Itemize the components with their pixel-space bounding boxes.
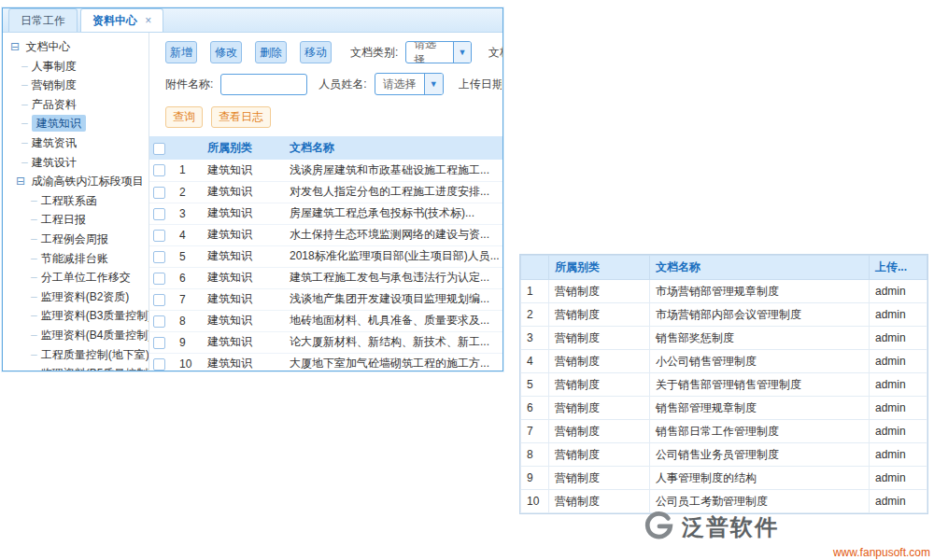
query-button[interactable]: 查询	[165, 106, 203, 128]
row-doc-name[interactable]: 销售部奖惩制度	[650, 327, 870, 350]
table-row[interactable]: 3 营销制度 销售部奖惩制度 admin	[521, 327, 927, 350]
select-all-checkbox[interactable]	[153, 143, 165, 155]
filter-row: 附件名称: 人员姓名: 请选择 ▼ 上传日期	[149, 63, 502, 95]
tab-daily-work[interactable]: 日常工作	[8, 8, 78, 32]
collapse-icon[interactable]: ⊟	[10, 40, 20, 53]
row-doc-name[interactable]: 对发包人指定分包的工程施工进度安排...	[286, 181, 502, 203]
row-doc-name[interactable]: 大厦地下室加气砼墙砌筑工程的施工方...	[286, 353, 502, 371]
table-row[interactable]: 4 营销制度 小公司销售管理制度 admin	[521, 350, 927, 373]
row-category: 营销制度	[549, 443, 650, 467]
row-number-header	[521, 256, 549, 280]
modify-button[interactable]: 修改	[210, 41, 242, 63]
documents-table-header: 所属别类 文档名称	[149, 136, 502, 160]
row-doc-name[interactable]: 公司销售业务员管理制度	[650, 443, 870, 467]
chevron-down-icon: ▼	[453, 42, 471, 63]
table-row[interactable]: 10 建筑知识 大厦地下室加气砼墙砌筑工程的施工方...	[149, 353, 502, 371]
tree-item-supervision-b4[interactable]: 监理资料(B4质量控制)	[3, 326, 149, 345]
table-row[interactable]: 7 营销制度 销售部日常工作管理制度 admin	[521, 420, 927, 443]
row-doc-name[interactable]: 浅谈房屋建筑和市政基础设施工程施工...	[286, 160, 502, 181]
table-row[interactable]: 9 建筑知识 论大厦新材料、新结构、新技术、新工...	[149, 331, 502, 353]
row-doc-name[interactable]: 浅谈地产集团开发建设项目监理规划编...	[286, 288, 502, 310]
row-number: 2	[521, 303, 549, 327]
move-button[interactable]: 移动	[300, 41, 332, 63]
tree-item-construction-knowledge[interactable]: 建筑知识	[3, 114, 149, 133]
person-name-label: 人员姓名:	[318, 77, 366, 92]
row-doc-name[interactable]: 人事管理制度的结构	[650, 467, 870, 490]
table-row[interactable]: 8 建筑知识 地砖地面材料、机具准备、质量要求及...	[149, 310, 502, 331]
row-checkbox[interactable]	[153, 358, 165, 371]
row-checkbox[interactable]	[153, 251, 165, 263]
table-row[interactable]: 6 建筑知识 建筑工程施工发包与承包违法行为认定...	[149, 267, 502, 288]
tree-item-energy-ledger[interactable]: 节能减排台账	[3, 249, 149, 269]
table-row[interactable]: 2 营销制度 市场营销部内部会议管理制度 admin	[521, 303, 927, 327]
row-doc-name[interactable]: 2018标准化监理项目部(业主项目部)人员...	[286, 245, 502, 267]
tree-item-construction-news[interactable]: 建筑资讯	[3, 133, 149, 153]
row-category: 建筑知识	[204, 267, 286, 288]
row-doc-name[interactable]: 销售部日常工作管理制度	[650, 420, 870, 443]
tree-item-construction-design[interactable]: 建筑设计	[3, 153, 149, 173]
tree-item-product[interactable]: 产品资料	[3, 95, 149, 115]
table-row[interactable]: 5 营销制度 关于销售部管理销售管理制度 admin	[521, 373, 927, 397]
row-doc-name[interactable]: 销售部管理规章制度	[650, 397, 870, 420]
table-row[interactable]: 8 营销制度 公司销售业务员管理制度 admin	[521, 443, 927, 467]
row-number: 4	[521, 350, 549, 373]
tree-item-marketing[interactable]: 营销制度	[3, 76, 149, 95]
row-checkbox[interactable]	[153, 187, 165, 199]
row-doc-name[interactable]: 小公司销售管理制度	[650, 350, 870, 373]
row-doc-name[interactable]: 水土保持生态环境监测网络的建设与资...	[286, 224, 502, 245]
attachment-name-input[interactable]	[220, 74, 307, 95]
row-checkbox[interactable]	[153, 294, 165, 306]
add-button[interactable]: 新增	[165, 41, 197, 63]
row-number: 2	[176, 181, 204, 203]
table-row[interactable]: 9 营销制度 人事管理制度的结构 admin	[521, 467, 927, 490]
tree-item-supervision-b3[interactable]: 监理资料(B3质量控制)	[3, 306, 149, 326]
row-doc-name[interactable]: 房屋建筑工程总承包投标书(技术标)...	[286, 203, 502, 224]
view-log-button[interactable]: 查看日志	[211, 106, 271, 128]
tree-item-daily-report[interactable]: 工程日报	[3, 210, 149, 230]
tree-item-supervision-b2[interactable]: 监理资料(B2资质)	[3, 287, 149, 307]
table-row[interactable]: 2 建筑知识 对发包人指定分包的工程施工进度安排...	[149, 181, 502, 203]
row-doc-name[interactable]: 建筑工程施工发包与承包违法行为认定...	[286, 267, 502, 288]
row-doc-name[interactable]: 地砖地面材料、机具准备、质量要求及...	[286, 310, 502, 331]
row-checkbox[interactable]	[153, 273, 165, 285]
table-row[interactable]: 7 建筑知识 浅谈地产集团开发建设项目监理规划编...	[149, 288, 502, 310]
tree-item-hr[interactable]: 人事制度	[3, 57, 149, 77]
row-number: 5	[176, 245, 204, 267]
table-row[interactable]: 3 建筑知识 房屋建筑工程总承包投标书(技术标)...	[149, 203, 502, 224]
person-name-select[interactable]: 请选择 ▼	[375, 73, 444, 95]
row-checkbox[interactable]	[153, 164, 165, 176]
row-checkbox[interactable]	[153, 315, 165, 328]
table-row[interactable]: 5 建筑知识 2018标准化监理项目部(业主项目部)人员...	[149, 245, 502, 267]
tree-item-clipped[interactable]: 监理资料(B5质量控制)	[3, 364, 149, 371]
row-checkbox[interactable]	[153, 230, 165, 242]
row-category: 营销制度	[549, 373, 650, 397]
row-doc-name[interactable]: 关于销售部管理销售管理制度	[650, 373, 870, 397]
tree-item-work-transfer[interactable]: 分工单位工作移交	[3, 268, 149, 287]
row-doc-name[interactable]: 论大厦新材料、新结构、新技术、新工...	[286, 331, 502, 353]
row-doc-name[interactable]: 市场营销部管理规章制度	[650, 280, 870, 303]
collapse-icon[interactable]: ⊟	[16, 175, 25, 188]
table-row[interactable]: 1 营销制度 市场营销部管理规章制度 admin	[521, 280, 927, 303]
tree-item-quality-basement[interactable]: 工程质量控制(地下室)	[3, 345, 149, 365]
tree-root-document-center[interactable]: ⊟ 文档中心	[3, 37, 149, 57]
doc-category-select[interactable]: 请选择 ▼	[405, 41, 471, 63]
table-row[interactable]: 4 建筑知识 水土保持生态环境监测网络的建设与资...	[149, 224, 502, 245]
tab-bar: 日常工作 资料中心 ×	[3, 8, 502, 33]
row-category: 营销制度	[549, 327, 650, 350]
doc-category-value: 请选择	[406, 41, 453, 63]
delete-button[interactable]: 删除	[255, 41, 287, 63]
tree-item-contact-letter[interactable]: 工程联系函	[3, 191, 149, 211]
tab-data-center[interactable]: 资料中心 ×	[80, 8, 163, 32]
row-category: 营销制度	[549, 467, 650, 490]
tree-root-project[interactable]: ⊟ 成渝高铁内江标段项目	[3, 172, 149, 191]
row-checkbox[interactable]	[153, 208, 165, 220]
doc-category-label: 文档类别:	[350, 45, 398, 61]
row-checkbox[interactable]	[153, 337, 165, 349]
table-row[interactable]: 1 建筑知识 浅谈房屋建筑和市政基础设施工程施工...	[149, 160, 502, 181]
tree-item-weekly-report[interactable]: 工程例会周报	[3, 230, 149, 249]
close-icon[interactable]: ×	[145, 14, 151, 27]
upload-date-label: 上传日期	[459, 77, 502, 92]
row-category: 建筑知识	[204, 160, 286, 181]
table-row[interactable]: 6 营销制度 销售部管理规章制度 admin	[521, 397, 927, 420]
row-doc-name[interactable]: 市场营销部内部会议管理制度	[650, 303, 870, 327]
